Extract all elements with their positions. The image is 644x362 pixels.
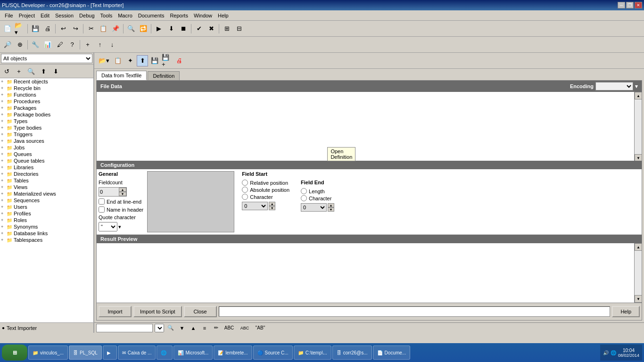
abc-num-icon[interactable]: ABC <box>238 324 252 332</box>
menu-project[interactable]: Project <box>16 12 38 19</box>
replace-button[interactable]: 🔁 <box>138 23 149 34</box>
quote-char-select[interactable]: " <box>99 222 117 231</box>
encoding-select[interactable] <box>595 82 633 90</box>
name-in-header-checkbox[interactable] <box>99 206 105 213</box>
tree-item-tables[interactable]: + 📁 Tables <box>0 177 93 184</box>
rollback-button[interactable]: ✖ <box>206 23 217 34</box>
taskbar-media[interactable]: ▶ <box>103 346 117 360</box>
start-button[interactable]: ⊞ <box>2 345 27 361</box>
tab-definition[interactable]: Definition Open Definition <box>148 71 180 80</box>
tb2-btn9[interactable]: ↓ <box>107 39 118 50</box>
tb2-btn2[interactable]: ⊕ <box>14 39 25 50</box>
field-end-down-btn[interactable]: ▼ <box>328 207 334 212</box>
tree-item-synonyms[interactable]: + 📁 Synonyms <box>0 223 93 230</box>
field-end-value[interactable]: 0 <box>301 203 327 212</box>
open-dropdown[interactable]: 📂▾ <box>14 23 25 34</box>
copy-button[interactable]: 📋 <box>98 23 109 34</box>
tb2-btn7[interactable]: + <box>82 39 93 50</box>
find-button[interactable]: 🔍 <box>125 23 137 34</box>
taskbar-corr26[interactable]: 🗄 corr26@s... <box>332 346 372 360</box>
taskbar-microsoft[interactable]: 📊 Microsoft... <box>173 346 213 360</box>
menu-macro[interactable]: Macro <box>115 12 135 19</box>
quote-icon[interactable]: "AB" <box>254 324 267 332</box>
tree-item-profiles[interactable]: + 📁 Profiles <box>0 210 93 217</box>
scroll-up-btn[interactable]: ▲ <box>635 92 642 99</box>
next-icon[interactable]: ▲ <box>189 324 198 332</box>
grid2-button[interactable]: ⊟ <box>233 23 245 34</box>
importer-saveall-btn[interactable]: 💾+ <box>161 55 173 66</box>
menu-file[interactable]: File <box>2 12 16 19</box>
tree-item-queue-tables[interactable]: + 📁 Queue tables <box>0 157 93 164</box>
tree-item-types[interactable]: + 📁 Types <box>0 118 93 124</box>
result-scrollbar-v[interactable]: ▲ ▼ <box>634 243 642 303</box>
tree-item-users[interactable]: + 📁 Users <box>0 204 93 210</box>
end-at-line-end-checkbox[interactable] <box>99 198 105 205</box>
tree-item-jobs[interactable]: + 📁 Jobs <box>0 144 93 151</box>
left-tb-btn4[interactable]: ⬆ <box>38 66 49 77</box>
tree-item-procedures[interactable]: + 📁 Procedures <box>0 98 93 105</box>
edit-icon[interactable]: ✏ <box>211 324 221 332</box>
taskbar-plsql[interactable]: 🗄 PL_SQL <box>69 346 102 360</box>
spinbox-down-btn[interactable]: ▼ <box>119 192 126 196</box>
scroll-up-btn2[interactable]: ▲ <box>635 243 642 251</box>
restore-button[interactable]: ❐ <box>626 2 634 8</box>
menu-window[interactable]: Window <box>191 12 215 19</box>
tree-item-libraries[interactable]: + 📁 Libraries <box>0 164 93 171</box>
undo-button[interactable]: ↩ <box>58 23 69 34</box>
menu-documents[interactable]: Documents <box>135 12 167 19</box>
tree-item-roles[interactable]: + 📁 Roles <box>0 217 93 223</box>
importer-copy-btn[interactable]: 📋 <box>112 55 124 66</box>
save-button[interactable]: 💾 <box>30 23 41 34</box>
close-button-bottom[interactable]: Close <box>184 306 217 317</box>
tb2-btn3[interactable]: 🔧 <box>30 39 41 50</box>
taskbar-vinculos[interactable]: 📁 vinculos_... <box>28 346 68 360</box>
spinbox-up-btn[interactable]: ▲ <box>119 188 126 192</box>
tree-item-mat-views[interactable]: + 📁 Materialized views <box>0 190 93 197</box>
grid-button[interactable]: ⊞ <box>221 23 232 34</box>
field-end-up-btn[interactable]: ▲ <box>328 203 334 207</box>
importer-open-btn[interactable]: 📂▾ <box>96 55 111 66</box>
tb2-btn4[interactable]: 📊 <box>42 39 53 50</box>
tb2-btn5[interactable]: 🖊 <box>54 39 66 50</box>
tree-item-tablespaces[interactable]: + 📁 Tablespaces <box>0 237 93 243</box>
close-button[interactable]: ✕ <box>635 2 642 8</box>
taskbar-lembrete[interactable]: 📝 lembrete... <box>214 346 252 360</box>
length-radio[interactable] <box>301 188 307 194</box>
find-input[interactable] <box>96 324 153 332</box>
paste-button[interactable]: 📌 <box>110 23 121 34</box>
taskbar-ie[interactable]: 🌐 <box>157 346 173 360</box>
print-button[interactable]: 🖨 <box>42 23 53 34</box>
field-start-up-btn[interactable]: ▲ <box>269 202 275 206</box>
left-tb-btn2[interactable]: + <box>13 66 25 77</box>
relative-position-radio[interactable] <box>242 180 248 186</box>
taskbar-ctemp[interactable]: 📁 C:\temp\... <box>294 346 331 360</box>
tree-item-functions[interactable]: + 📁 Functions <box>0 91 93 98</box>
tab-data-from-textfile[interactable]: Data from Textfile <box>96 71 147 80</box>
taskbar-docume[interactable]: 📄 Docume... <box>373 346 411 360</box>
menu-session[interactable]: Session <box>52 12 76 19</box>
menu-debug[interactable]: Debug <box>76 12 97 19</box>
tree-item-java-sources[interactable]: + 📁 Java sources <box>0 138 93 144</box>
fieldcount-input[interactable] <box>99 188 119 196</box>
taskbar-caixa[interactable]: ✉ Caixa de ... <box>118 346 156 360</box>
tree-item-db-links[interactable]: + 📁 Database links <box>0 230 93 237</box>
tree-item-sequences[interactable]: + 📁 Sequences <box>0 197 93 204</box>
tree-item-recent[interactable]: + 📁 Recent objects <box>0 78 93 85</box>
stop-button[interactable]: ⏹ <box>178 23 189 34</box>
importer-save-btn[interactable]: 💾 <box>149 55 160 66</box>
menu-help[interactable]: Help <box>215 12 231 19</box>
cut-button[interactable]: ✂ <box>85 23 97 34</box>
import-to-script-button[interactable]: Import to Script <box>133 306 182 317</box>
prev-icon[interactable]: ▼ <box>177 324 187 332</box>
tree-item-views[interactable]: + 📁 Views <box>0 184 93 190</box>
tree-item-recycle[interactable]: + 📁 Recycle bin <box>0 85 93 91</box>
taskbar-source[interactable]: 🔵 Source C... <box>253 346 293 360</box>
tree-item-directories[interactable]: + 📁 Directories <box>0 171 93 177</box>
importer-load-btn[interactable]: ⬆ <box>137 55 148 66</box>
help-button[interactable]: Help <box>612 306 640 317</box>
tree-item-type-bodies[interactable]: + 📁 Type bodies <box>0 124 93 131</box>
tb2-btn8[interactable]: ↑ <box>94 39 106 50</box>
importer-print-btn[interactable]: 🖨 <box>173 55 185 66</box>
tb2-btn6[interactable]: ? <box>66 39 78 50</box>
absolute-position-radio[interactable] <box>242 187 248 193</box>
